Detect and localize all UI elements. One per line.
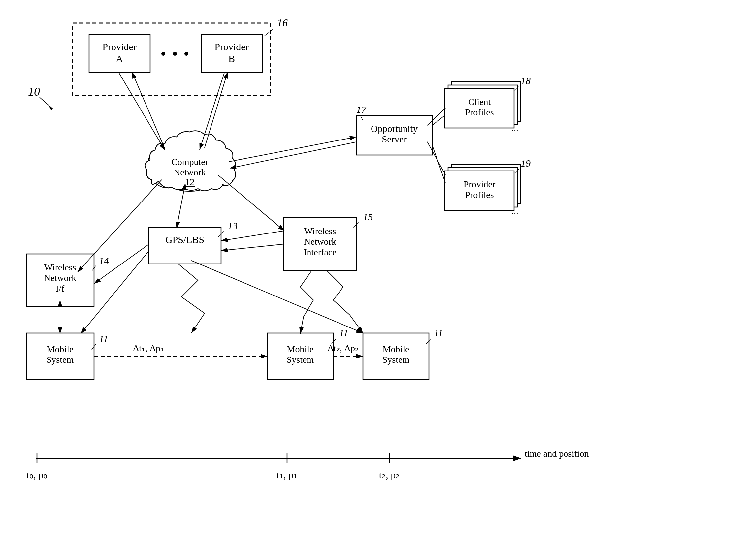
wireless-if-14-label2: Network bbox=[44, 273, 76, 283]
wireless-if-14-label1: Wireless bbox=[44, 262, 76, 272]
mobile-system-mid-label1: Mobile bbox=[287, 344, 314, 354]
label-18: 18 bbox=[521, 75, 530, 86]
label-19: 19 bbox=[521, 158, 530, 168]
provider-profiles-label2: Profiles bbox=[465, 190, 494, 200]
timeline-axis-label: time and position bbox=[525, 449, 589, 459]
computer-network-label1: Computer bbox=[171, 157, 208, 167]
provider-b-label: Provider bbox=[215, 41, 249, 52]
provider-a-label2: A bbox=[116, 53, 123, 64]
delta-t1-p1-label: Δt₁, Δp₁ bbox=[133, 343, 164, 353]
provider-profiles-dots: ... bbox=[511, 206, 518, 216]
mobile-system-left-label2: System bbox=[46, 355, 74, 365]
client-profiles-label1: Client bbox=[468, 97, 491, 107]
computer-network-num: 12 bbox=[185, 176, 195, 187]
label-10: 10 bbox=[28, 85, 40, 98]
delta-t2-p2-label: Δt₂, Δp₂ bbox=[328, 343, 359, 353]
mobile-system-left-label1: Mobile bbox=[47, 344, 73, 354]
gps-lbs-label: GPS/LBS bbox=[165, 234, 204, 245]
mobile-system-mid-label2: System bbox=[287, 355, 314, 365]
provider-a-label: Provider bbox=[102, 41, 136, 52]
wireless-interface-15-label2: Network bbox=[304, 236, 336, 247]
dot1 bbox=[161, 52, 165, 56]
computer-network-label2: Network bbox=[173, 167, 206, 177]
svg-rect-0 bbox=[0, 0, 745, 560]
label-14: 14 bbox=[99, 255, 109, 266]
dot3 bbox=[185, 52, 188, 56]
label-17: 17 bbox=[356, 104, 367, 115]
label-11-left: 11 bbox=[99, 333, 108, 344]
wireless-interface-15-label3: Interface bbox=[303, 247, 336, 257]
diagram-container: 10 16 Provider A Provider B Computer Net… bbox=[0, 0, 745, 560]
mobile-system-right-label1: Mobile bbox=[383, 344, 410, 354]
timeline-t0-label: t₀, p₀ bbox=[27, 469, 47, 480]
label-11-mid: 11 bbox=[339, 328, 348, 338]
label-13: 13 bbox=[228, 220, 237, 231]
label-16: 16 bbox=[277, 17, 288, 29]
client-profiles-label2: Profiles bbox=[465, 107, 494, 118]
provider-b-label2: B bbox=[228, 53, 235, 64]
provider-profiles-label1: Provider bbox=[463, 179, 495, 189]
wireless-if-14-label3: I/f bbox=[56, 283, 65, 294]
mobile-system-right-label2: System bbox=[382, 355, 410, 365]
dot2 bbox=[173, 52, 177, 56]
client-profiles-dots: ... bbox=[511, 123, 518, 133]
wireless-interface-15-label1: Wireless bbox=[304, 226, 336, 236]
timeline-t2-label: t₂, p₂ bbox=[379, 469, 399, 480]
label-11-right: 11 bbox=[434, 328, 443, 338]
timeline-t1-label: t₁, p₁ bbox=[277, 469, 297, 480]
gps-lbs-box bbox=[149, 228, 221, 264]
opportunity-server-label1: Opportunity bbox=[371, 123, 418, 134]
opportunity-server-label2: Server bbox=[382, 134, 407, 144]
label-15: 15 bbox=[363, 211, 373, 222]
